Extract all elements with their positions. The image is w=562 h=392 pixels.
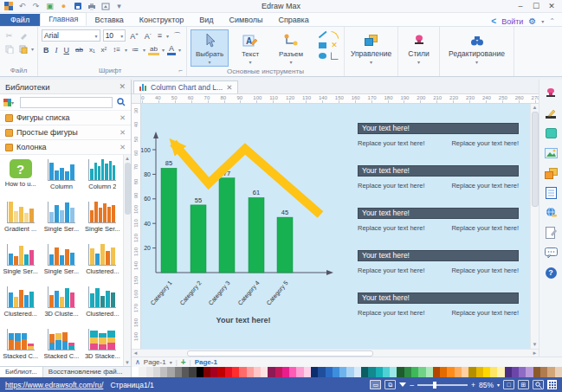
- text-block-right[interactable]: Replace your text here!: [451, 309, 519, 317]
- font-family-combo[interactable]: Arial▾: [42, 29, 100, 42]
- library-item[interactable]: Clustered...: [0, 284, 41, 324]
- save-icon[interactable]: [73, 2, 82, 11]
- zoom-out-button[interactable]: –: [410, 381, 414, 389]
- styles-button[interactable]: Стили▾: [400, 29, 438, 67]
- page-preview-icon[interactable]: ⧉: [384, 380, 396, 389]
- document-tab[interactable]: Column Chart and L... ✕: [133, 80, 238, 93]
- help-icon[interactable]: ?: [544, 266, 559, 280]
- section-close-icon[interactable]: ✕: [120, 128, 126, 137]
- library-item[interactable]: 3D Stacke...: [82, 326, 123, 366]
- magnifier-icon[interactable]: [533, 380, 544, 389]
- collapse-ribbon-icon[interactable]: ⌃: [549, 17, 555, 25]
- qat-dropdown-icon[interactable]: ▾: [114, 2, 124, 11]
- library-item[interactable]: Stacked C...: [0, 326, 41, 366]
- text-block-right[interactable]: Replace your text here!: [451, 182, 519, 190]
- color-swatch[interactable]: [232, 367, 239, 377]
- color-swatch[interactable]: [462, 367, 468, 377]
- paste-dropdown-icon[interactable]: ▾: [31, 46, 34, 52]
- text-block-left[interactable]: Replace your text here!: [358, 182, 425, 190]
- select-tool-button[interactable]: Выбрать▾: [191, 29, 229, 67]
- crop-tool-icon[interactable]: [331, 52, 339, 60]
- color-swatch[interactable]: [547, 367, 554, 377]
- menu-tab-design[interactable]: Конструктор: [132, 14, 191, 26]
- color-swatch[interactable]: [247, 367, 254, 377]
- color-swatch[interactable]: [254, 367, 261, 377]
- text-block-header[interactable]: Your text here!: [358, 250, 519, 261]
- library-item[interactable]: Single Ser...: [41, 199, 81, 239]
- text-block[interactable]: Your text here!Replace your text here!Re…: [358, 123, 519, 147]
- color-swatch[interactable]: [175, 367, 182, 377]
- menu-tab-home[interactable]: Главная: [40, 12, 87, 26]
- library-item[interactable]: Clustered...: [82, 284, 123, 324]
- canvas-page[interactable]: 2040608010085Category 155Category 277Cat…: [141, 104, 530, 349]
- paste-icon[interactable]: [17, 43, 29, 55]
- bold-icon[interactable]: B: [42, 46, 51, 55]
- document-tab-close-icon[interactable]: ✕: [226, 83, 232, 92]
- collapse-pages-icon[interactable]: ∧: [135, 358, 140, 366]
- manage-button[interactable]: Управление▾: [352, 29, 391, 67]
- hyperlink-icon[interactable]: [544, 206, 559, 220]
- section-close-icon[interactable]: ✕: [120, 113, 126, 122]
- menu-tab-file[interactable]: Файл: [0, 14, 40, 26]
- color-swatch[interactable]: [376, 367, 383, 377]
- add-page-button[interactable]: +: [181, 357, 186, 367]
- color-swatch[interactable]: [339, 367, 346, 377]
- color-swatch[interactable]: [153, 367, 160, 377]
- text-block[interactable]: Your text here!Replace your text here!Re…: [358, 208, 519, 232]
- color-swatch[interactable]: [490, 367, 497, 377]
- color-swatch[interactable]: [333, 367, 339, 377]
- color-swatch[interactable]: [282, 367, 289, 377]
- ellipse-tool-icon[interactable]: [319, 53, 326, 59]
- print-icon[interactable]: [87, 2, 96, 11]
- text-block-left[interactable]: Replace your text here!: [358, 267, 425, 274]
- redo-icon[interactable]: ↷: [31, 2, 41, 11]
- settings-dropdown-icon[interactable]: ▾: [541, 18, 544, 24]
- color-swatch[interactable]: [468, 367, 475, 377]
- login-link[interactable]: Войти: [501, 17, 523, 26]
- share-icon[interactable]: <: [491, 16, 496, 26]
- menu-tab-symbols[interactable]: Символы: [221, 14, 270, 26]
- color-swatch[interactable]: [203, 367, 210, 377]
- color-swatch[interactable]: [426, 367, 433, 377]
- filter-icon[interactable]: [399, 382, 406, 390]
- pan-zoom-icon[interactable]: ⊞: [518, 380, 529, 389]
- text-block[interactable]: Your text here!Replace your text here!Re…: [358, 165, 519, 190]
- undo-icon[interactable]: ↶: [17, 2, 27, 11]
- color-swatch[interactable]: [346, 367, 353, 377]
- library-item[interactable]: Single Ser...: [41, 241, 81, 281]
- menu-tab-help[interactable]: Справка: [270, 14, 316, 26]
- underline-icon[interactable]: U: [62, 46, 72, 55]
- color-swatch[interactable]: [354, 367, 361, 377]
- fill-color-icon[interactable]: [544, 126, 559, 140]
- annotation-icon[interactable]: [544, 226, 559, 240]
- text-block-left[interactable]: Replace your text here!: [358, 224, 425, 232]
- pencil-tool-icon[interactable]: ✕: [331, 42, 338, 49]
- highlight-color-icon[interactable]: ab: [148, 45, 159, 55]
- font-dialog-launcher-icon[interactable]: ⌐: [178, 67, 183, 74]
- color-swatch[interactable]: [239, 367, 246, 377]
- library-section-list-shapes[interactable]: Фигуры списка ✕: [0, 111, 131, 125]
- library-scrollbar[interactable]: ▲ ▼: [123, 155, 131, 366]
- page-tab-active[interactable]: Page-1: [195, 358, 217, 366]
- subscript-icon[interactable]: x₁: [87, 46, 97, 54]
- text-arc-icon[interactable]: ⌒: [171, 30, 183, 42]
- color-swatch[interactable]: [217, 367, 224, 377]
- color-swatch[interactable]: [139, 367, 145, 377]
- color-swatch[interactable]: [167, 367, 174, 377]
- library-item[interactable]: Single Ser...: [0, 241, 41, 281]
- color-swatch[interactable]: [210, 367, 217, 377]
- text-block-left[interactable]: Replace your text here!: [358, 139, 425, 147]
- font-color-icon[interactable]: A: [167, 44, 176, 55]
- color-swatch[interactable]: [476, 367, 483, 377]
- bullet-list-icon[interactable]: ≔: [130, 46, 140, 54]
- color-swatch[interactable]: [326, 367, 333, 377]
- close-button[interactable]: ✕: [545, 1, 559, 11]
- menu-tab-insert[interactable]: Вставка: [87, 14, 131, 26]
- grid-view-icon[interactable]: [547, 380, 557, 389]
- library-section-basic-shapes[interactable]: Простые фигуры ✕: [0, 125, 131, 140]
- italic-icon[interactable]: I: [54, 46, 60, 55]
- line-tool-icon[interactable]: [318, 31, 326, 38]
- color-swatch[interactable]: [433, 367, 440, 377]
- text-block[interactable]: Your text here!Replace your text here!Re…: [358, 292, 519, 317]
- color-swatch[interactable]: [497, 367, 504, 377]
